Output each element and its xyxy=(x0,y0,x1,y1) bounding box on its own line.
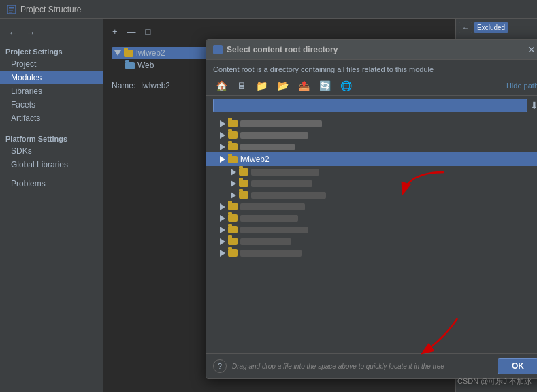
expand-icon xyxy=(231,169,236,176)
dialog-toolbar: 🏠 🖥 📁 📂 📤 🔄 🌐 Hide path xyxy=(206,76,537,96)
dialog-title-text: Select content root directory xyxy=(227,45,525,54)
folder-icon xyxy=(228,249,238,257)
upload-button[interactable]: 📤 xyxy=(295,79,312,93)
dialog-footer: ? Drag and drop a file into the space ab… xyxy=(206,353,537,378)
dialog-description: Content root is a directory containing a… xyxy=(206,60,537,76)
expand-icon xyxy=(114,50,121,56)
svg-rect-2 xyxy=(9,10,13,11)
folder1-button[interactable]: 📁 xyxy=(253,79,270,93)
tree-item-blurred-1[interactable] xyxy=(206,118,537,129)
right-panel-tabs: ← Excluded xyxy=(459,22,534,33)
folder-icon xyxy=(239,191,248,199)
web-folder-icon xyxy=(125,62,135,69)
sidebar-item-artifacts[interactable]: Artifacts xyxy=(0,112,103,125)
refresh-button[interactable]: 🔄 xyxy=(316,79,333,93)
sidebar-item-modules[interactable]: Modules xyxy=(0,71,103,84)
help-button[interactable]: ? xyxy=(213,359,227,373)
hide-path-link[interactable]: Hide path xyxy=(506,82,537,90)
sidebar-item-global-libraries[interactable]: Global Libraries xyxy=(0,158,103,172)
expand-icon xyxy=(220,215,225,222)
folder-icon xyxy=(228,203,238,210)
content-area: + — □ lwlweb2 Web Name: lwlweb2 xyxy=(103,19,455,392)
expand-icon xyxy=(220,203,225,210)
folder2-button[interactable]: 📂 xyxy=(274,79,291,93)
add-module-button[interactable]: + xyxy=(109,24,121,39)
main-layout: ← → Project Settings Project Modules Lib… xyxy=(0,19,537,392)
web-button[interactable]: 🌐 xyxy=(338,79,355,93)
dialog-close-button[interactable]: ✕ xyxy=(525,44,537,55)
copy-module-button[interactable]: □ xyxy=(142,24,154,39)
platform-settings-section: Platform Settings xyxy=(0,131,103,144)
desktop-button[interactable]: 🖥 xyxy=(234,79,249,93)
nav-forward-button[interactable]: → xyxy=(23,26,38,39)
sidebar-nav-buttons: ← → xyxy=(0,23,103,44)
dialog-title-icon xyxy=(213,45,223,54)
dialog-tree[interactable]: lwlweb2 xyxy=(206,115,537,353)
path-input[interactable] xyxy=(213,99,527,112)
sidebar-item-project[interactable]: Project xyxy=(0,57,103,71)
tree-item-blurred-9[interactable] xyxy=(206,224,537,235)
tree-item-blurred-6[interactable] xyxy=(206,189,537,201)
folder-icon xyxy=(228,214,238,222)
ok-button[interactable]: OK xyxy=(498,358,537,374)
folder-icon xyxy=(228,131,238,139)
expand-icon xyxy=(220,144,225,150)
sidebar-item-problems[interactable]: Problems xyxy=(0,177,103,191)
panel-tab-back[interactable]: ← xyxy=(459,22,472,33)
expand-icon xyxy=(220,132,225,139)
project-settings-section: Project Settings xyxy=(0,44,103,57)
folder-icon xyxy=(228,156,238,163)
path-download-button[interactable]: ⬇ xyxy=(530,100,537,111)
home-button[interactable]: 🏠 xyxy=(213,79,230,93)
folder-icon xyxy=(228,226,238,233)
remove-module-button[interactable]: — xyxy=(124,24,140,39)
expand-icon xyxy=(231,192,236,199)
sidebar-item-facets[interactable]: Facets xyxy=(0,98,103,112)
panel-tab-excluded[interactable]: Excluded xyxy=(474,22,508,33)
folder-icon xyxy=(124,50,133,57)
title-bar-icon xyxy=(7,5,16,14)
expand-icon xyxy=(220,120,225,127)
tree-item-blurred-11[interactable] xyxy=(206,247,537,259)
dialog-path-row: ⬇ xyxy=(206,96,537,115)
folder-icon xyxy=(228,143,238,150)
select-content-root-dialog: Select content root directory ✕ Content … xyxy=(206,39,537,379)
expand-icon xyxy=(220,227,225,233)
sidebar-item-libraries[interactable]: Libraries xyxy=(0,84,103,98)
content-toolbar: + — □ xyxy=(109,24,450,39)
tree-item-blurred-3[interactable] xyxy=(206,141,537,152)
expand-icon xyxy=(220,156,225,163)
tree-item-blurred-8[interactable] xyxy=(206,212,537,224)
sidebar-item-sdks[interactable]: SDKs xyxy=(0,144,103,158)
expand-icon xyxy=(220,250,225,257)
dialog-titlebar: Select content root directory ✕ xyxy=(206,40,537,60)
name-label: Name: xyxy=(112,81,135,91)
folder-icon xyxy=(228,238,238,245)
title-bar-text: Project Structure xyxy=(20,5,81,14)
folder-icon xyxy=(239,180,248,187)
tree-item-blurred-4[interactable] xyxy=(206,166,537,178)
sidebar: ← → Project Settings Project Modules Lib… xyxy=(0,19,103,392)
title-bar: Project Structure xyxy=(0,0,537,19)
expand-icon xyxy=(231,180,236,187)
footer-hint: Drag and drop a file into the space abov… xyxy=(232,363,492,370)
folder-icon xyxy=(228,120,238,127)
nav-back-button[interactable]: ← xyxy=(5,26,20,39)
svg-rect-1 xyxy=(9,7,14,9)
tree-item-blurred-7[interactable] xyxy=(206,201,537,212)
tree-item-blurred-5[interactable] xyxy=(206,178,537,189)
folder-icon xyxy=(239,168,248,176)
name-value: lwlweb2 xyxy=(141,81,170,91)
expand-icon xyxy=(220,238,225,245)
tree-item-lwlweb2[interactable]: lwlweb2 xyxy=(206,152,537,166)
tree-item-blurred-2[interactable] xyxy=(206,129,537,141)
tree-item-blurred-10[interactable] xyxy=(206,235,537,247)
svg-rect-3 xyxy=(9,12,12,13)
